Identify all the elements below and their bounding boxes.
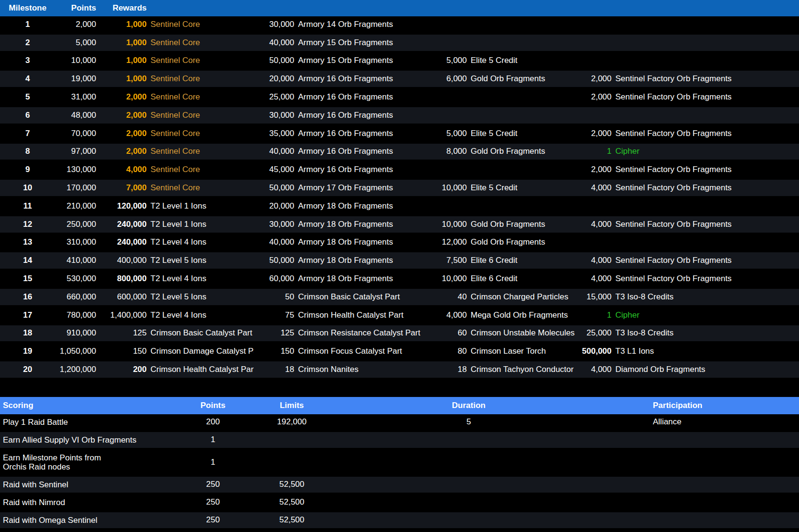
- milestone-points: 97,000: [55, 147, 99, 156]
- reward-quantity: 2,000: [99, 92, 147, 102]
- milestone-row: 17780,0001,400,000T2 Level 4 Ions75Crims…: [0, 307, 799, 323]
- reward-quantity: 12,000: [433, 237, 467, 247]
- reward-quantity: 40,000: [254, 38, 294, 48]
- milestone-number: 4: [0, 74, 55, 84]
- reward-name: Sentinel Core: [147, 38, 254, 48]
- scoring-table: Scoring Points Limits Duration Participa…: [0, 397, 799, 528]
- reward-name: [612, 61, 799, 61]
- reward-name: Armory 15 Orb Fragments: [294, 56, 433, 65]
- reward-quantity: 50,000: [254, 56, 294, 65]
- scoring-column-header: Scoring: [0, 401, 192, 410]
- milestone-points: 2,000: [55, 20, 99, 29]
- scoring-participation: [653, 440, 799, 440]
- scoring-limits: [262, 440, 321, 440]
- milestone-points: 5,000: [55, 38, 99, 48]
- scoring-name: Raid with Nimrod: [0, 498, 192, 507]
- reward-name: T3 Iso-8 Credits: [612, 328, 799, 338]
- reward-quantity: 45,000: [254, 165, 294, 174]
- reward-name: Elite 5 Credit: [467, 56, 577, 65]
- milestone-row: 10170,0007,000Sentinel Core50,000Armory …: [0, 180, 799, 196]
- milestone-number: 11: [0, 201, 55, 211]
- reward-name: T2 Level 4 Ions: [147, 237, 254, 247]
- reward-quantity: 4,000: [99, 165, 147, 174]
- milestone-row: 531,0002,000Sentinel Core25,000Armory 16…: [0, 89, 799, 105]
- reward-quantity: 2,000: [577, 165, 612, 174]
- reward-name: Sentinel Factory Orb Fragments: [612, 220, 799, 229]
- milestone-number: 9: [0, 165, 55, 174]
- reward-quantity: 60,000: [254, 274, 294, 284]
- reward-name: Gold Orb Fragments: [467, 147, 577, 156]
- reward-name: Crimson Tachyon Conductor: [467, 365, 577, 374]
- reward-name: Elite 5 Credit: [467, 183, 577, 193]
- milestone-number: 3: [0, 56, 55, 65]
- reward-name: [612, 24, 799, 25]
- milestone-number: 15: [0, 274, 55, 284]
- reward-name: Crimson Damage Catalyst Part: [147, 346, 254, 356]
- milestone-number: 16: [0, 292, 55, 302]
- reward-name: Armory 18 Orb Fragments: [294, 237, 433, 247]
- reward-name: Crimson Charged Particles: [467, 292, 577, 302]
- scoring-participation-column-header: Participation: [653, 401, 799, 410]
- reward-name: Armory 15 Orb Fragments: [294, 38, 433, 48]
- scoring-participation: [653, 462, 799, 462]
- milestone-number: 18: [0, 328, 55, 338]
- reward-name: [467, 97, 577, 98]
- scoring-participation: [653, 502, 799, 503]
- reward-name: Armory 16 Orb Fragments: [294, 129, 433, 138]
- scoring-table-header: Scoring Points Limits Duration Participa…: [0, 397, 799, 414]
- scoring-limits-column-header: Limits: [262, 401, 321, 410]
- reward-quantity: 20,000: [254, 201, 294, 211]
- reward-quantity: 1,400,000: [99, 310, 147, 320]
- reward-quantity: 2,000: [577, 92, 612, 102]
- milestone-points: 210,000: [55, 201, 99, 211]
- reward-name: Sentinel Factory Orb Fragments: [612, 256, 799, 265]
- rewards-column-header: Rewards: [99, 3, 147, 13]
- reward-name: Crimson Health Catalyst Part: [147, 365, 254, 374]
- reward-quantity: 4,000: [577, 365, 612, 374]
- scoring-name: Earn Allied Supply VI Orb Fragments: [0, 435, 192, 445]
- reward-name: Armory 14 Orb Fragments: [294, 20, 433, 29]
- reward-quantity: 10,000: [433, 220, 467, 229]
- reward-name: [467, 206, 577, 206]
- reward-name: [467, 115, 577, 115]
- milestone-points: 170,000: [55, 183, 99, 193]
- reward-name: Armory 18 Orb Fragments: [294, 274, 433, 284]
- reward-name: Sentinel Core: [147, 111, 254, 120]
- scoring-table-body: Play 1 Raid Battle200192,0005AllianceEar…: [0, 414, 799, 528]
- reward-name: Crimson Laser Torch: [467, 346, 577, 356]
- scoring-name: Earn Milestone Points from Orchis Raid n…: [0, 453, 192, 471]
- reward-name: Armory 17 Orb Fragments: [294, 183, 433, 193]
- scoring-row: Earn Allied Supply VI Orb Fragments1: [0, 432, 799, 448]
- scoring-points: 1: [192, 458, 234, 467]
- reward-quantity: 10,000: [433, 183, 467, 193]
- reward-quantity: 5,000: [433, 56, 467, 65]
- milestone-row: 15530,000800,000T2 Level 4 Ions60,000Arm…: [0, 271, 799, 287]
- milestone-row: 201,200,000200Crimson Health Catalyst Pa…: [0, 361, 799, 378]
- milestone-points: 48,000: [55, 111, 99, 120]
- scoring-limits: [262, 462, 321, 462]
- milestone-column-header: Milestone: [0, 3, 55, 13]
- milestone-row: 648,0002,000Sentinel Core30,000Armory 16…: [0, 107, 799, 124]
- milestone-row: 310,0001,000Sentinel Core50,000Armory 15…: [0, 53, 799, 69]
- reward-quantity: 4,000: [577, 256, 612, 265]
- scoring-duration: [440, 520, 498, 520]
- reward-quantity: [577, 115, 612, 115]
- reward-name: T2 Level 1 Ions: [147, 220, 254, 229]
- reward-quantity: [577, 242, 612, 243]
- reward-name: Crimson Nanites: [294, 365, 433, 374]
- scoring-row: Raid with Omega Sentinel25052,500: [0, 512, 799, 528]
- scoring-name: Raid with Sentinel: [0, 480, 192, 489]
- reward-name: T2 Level 5 Ions: [147, 292, 254, 302]
- reward-name: [612, 206, 799, 206]
- scoring-duration: [440, 484, 498, 485]
- milestone-points: 19,000: [55, 74, 99, 84]
- reward-name: Gold Orb Fragments: [467, 74, 577, 84]
- reward-name: Sentinel Core: [147, 147, 254, 156]
- milestone-points: 310,000: [55, 237, 99, 247]
- reward-name: Sentinel Core: [147, 183, 254, 193]
- reward-quantity: [433, 97, 467, 98]
- milestone-row: 9130,0004,000Sentinel Core45,000Armory 1…: [0, 161, 799, 178]
- reward-quantity: 20,000: [254, 74, 294, 84]
- milestone-points: 910,000: [55, 328, 99, 338]
- reward-name: Crimson Focus Catalyst Part: [294, 346, 433, 356]
